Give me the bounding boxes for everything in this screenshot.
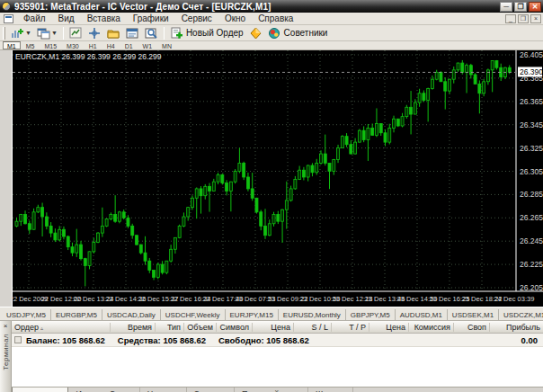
column-header-ордер[interactable]: Ордер▵ [12, 323, 111, 332]
terminal-tab-account-history[interactable]: История Счета [68, 388, 139, 392]
column-header-комиссия[interactable]: Комиссия [409, 323, 454, 332]
chart-window-icon[interactable] [4, 14, 13, 23]
current-price-value: 26.390 [520, 67, 543, 76]
chart-tab-gbpjpy-m5[interactable]: GBPJPY,M5 [346, 309, 396, 320]
price-axis-label: 26.285 [520, 190, 543, 199]
terminal-column-headers: Ордер▵ВремяТипОбъемСимволЦенаS / LT / PЦ… [12, 321, 543, 334]
chart-tab-bar: USDJPY,M5EURGBP,M5USDCAD,DailyUSDCHF,Wee… [0, 307, 543, 321]
chart-tab-usdsek-m1[interactable]: USDSEK,M1 [448, 309, 499, 320]
terminal-button[interactable] [123, 25, 142, 40]
price-axis-label: 26.305 [520, 167, 543, 176]
experts-label: Советники [284, 28, 328, 38]
new-order-label: Новый Ордер [186, 28, 244, 38]
new-chart-icon [11, 27, 24, 40]
terminal-window-icon [126, 27, 139, 40]
timeframe-w1[interactable]: W1 [138, 41, 157, 49]
column-header-s-l[interactable]: S / L [294, 323, 332, 332]
terminal-tab-signals[interactable]: Сигналы [187, 388, 236, 392]
price-axis-label: 26.345 [520, 120, 543, 129]
timeframe-mn[interactable]: MN [157, 41, 176, 49]
timeframe-m5[interactable]: M5 [22, 41, 40, 49]
crosshair-icon [88, 27, 102, 40]
chart-tab-usdcad-daily[interactable]: USDCAD,Daily [102, 309, 161, 320]
terminal-close-icon[interactable]: × [4, 322, 8, 330]
column-header-цена[interactable]: Цена [369, 323, 409, 332]
dropdown-arrow-icon[interactable]: ▼ [51, 30, 58, 36]
maximize-button[interactable]: ❐ [514, 2, 527, 12]
menu-item-service[interactable]: Сервис [175, 13, 218, 23]
column-header-своп[interactable]: Своп [454, 323, 490, 332]
dropdown-arrow-icon[interactable]: ▼ [25, 30, 31, 36]
terminal-tab-trade[interactable]: Торговля [12, 388, 68, 392]
timeframe-h1[interactable]: H1 [85, 41, 102, 49]
price-axis-label: 26.265 [520, 213, 543, 222]
candlestick-chart[interactable]: 26.40526.38526.36526.34526.32526.30526.2… [0, 50, 543, 307]
column-header-прибыль[interactable]: Прибыль [490, 323, 543, 332]
terminal-tabs: ТорговляИстория СчетаНовостиСигналыПочто… [12, 387, 543, 392]
menu-item-help[interactable]: Справка [252, 13, 299, 23]
terminal-tab-mailbox[interactable]: Почтовый ящик [235, 388, 308, 392]
column-header-цена[interactable]: Цена [253, 323, 294, 332]
menu-items: ФайлВидВставкаГрафикиСервисОкноСправка [17, 13, 299, 23]
timeframe-m15[interactable]: M15 [40, 41, 61, 49]
chart-left-gutter [0, 50, 12, 307]
column-header-символ[interactable]: Символ [217, 323, 253, 332]
mdi-restore-button[interactable]: ❐ [518, 14, 529, 23]
expand-icon[interactable] [14, 336, 22, 343]
menu-item-insert[interactable]: Вставка [81, 13, 127, 23]
profit-value: 0.00 [521, 335, 543, 345]
new-order-icon [170, 27, 183, 40]
navigator-button[interactable] [104, 25, 123, 40]
chart-tab-audusd-m1[interactable]: AUDUSD,M1 [396, 309, 448, 320]
profiles-icon [37, 27, 50, 40]
tester-magnifier-icon [145, 27, 158, 40]
minimize-button[interactable]: ─ [500, 2, 512, 12]
experts-button[interactable]: Советники [265, 25, 331, 40]
terminal-tab-row: ТорговляИстория СчетаНовостиСигналыПочто… [0, 387, 543, 392]
mdi-close-button[interactable]: × [530, 14, 541, 23]
market-watch-icon [69, 27, 83, 40]
price-axis-label: 26.405 [520, 50, 543, 59]
balance-row[interactable]: Баланс: 105 868.62Средства: 105 868.62Св… [12, 334, 543, 347]
menu-item-view[interactable]: Вид [52, 13, 81, 23]
close-button[interactable]: ✕ [529, 2, 541, 12]
column-header-t-p[interactable]: T / P [332, 323, 369, 332]
chart-tab-usdjpy-m5[interactable]: USDJPY,M5 [2, 309, 51, 320]
menu-item-file[interactable]: Файл [17, 13, 52, 23]
timeframe-d1[interactable]: D1 [120, 41, 138, 49]
new-order-button[interactable]: Новый Ордер [167, 25, 246, 40]
metaeditor-button[interactable] [246, 25, 265, 40]
profiles-button[interactable]: ▼ [34, 25, 60, 40]
column-header-тип[interactable]: Тип [156, 323, 184, 332]
experts-icon [268, 27, 281, 40]
menu-item-charts[interactable]: Графики [127, 13, 175, 23]
menu-item-window[interactable]: Окно [218, 13, 252, 23]
new-chart-button[interactable]: ▼ [8, 25, 34, 40]
toolbar-separator [63, 27, 64, 40]
chart-tab-eurusd-monthly[interactable]: EURUSD,Monthly [279, 309, 346, 320]
timeframe-h4[interactable]: H4 [102, 41, 120, 49]
terminal-tab-news[interactable]: Новости [140, 388, 187, 392]
market-watch-button[interactable] [67, 25, 85, 40]
terminal-tab-journal[interactable]: Журнал [308, 388, 353, 392]
timeframe-m1[interactable]: M1 [3, 41, 21, 49]
timeframe-toolbar: M1M5M15M30H1H4D1W1MN [0, 41, 543, 50]
mdi-minimize-button[interactable]: _ [505, 14, 516, 23]
title-bar: 935901: MetaTrader - IC Vector - Демо Сч… [0, 0, 543, 13]
equity-value: Средства: 105 868.62 [118, 335, 206, 345]
balance-value: Баланс: 105 868.62 [26, 335, 105, 345]
chart-ohlc-label: EURCZK,M1 26.399 26.399 26.299 26.299 [15, 52, 162, 61]
chart-tab-usdchf-weekly[interactable]: USDCHF,Weekly [161, 309, 226, 320]
app-logo-icon [2, 2, 11, 11]
strategy-tester-button[interactable] [142, 25, 161, 40]
timeframe-m30[interactable]: M30 [62, 41, 84, 49]
terminal-panel: × Терминал Ордер▵ВремяТипОбъемСимволЦена… [0, 321, 543, 387]
column-header-объем[interactable]: Объем [184, 323, 217, 332]
data-window-button[interactable] [85, 25, 104, 40]
chart-tab-usdczk-m1[interactable]: USDCZK,M1 [499, 309, 543, 320]
chart-tab-eurgbp-m5[interactable]: EURGBP,M5 [51, 309, 102, 320]
chart-tab-eurjpy-m15[interactable]: EURJPY,M15 [226, 309, 279, 320]
navigator-folder-icon [107, 27, 120, 40]
price-axis-label: 26.225 [520, 260, 543, 269]
column-header-время[interactable]: Время [111, 323, 156, 332]
